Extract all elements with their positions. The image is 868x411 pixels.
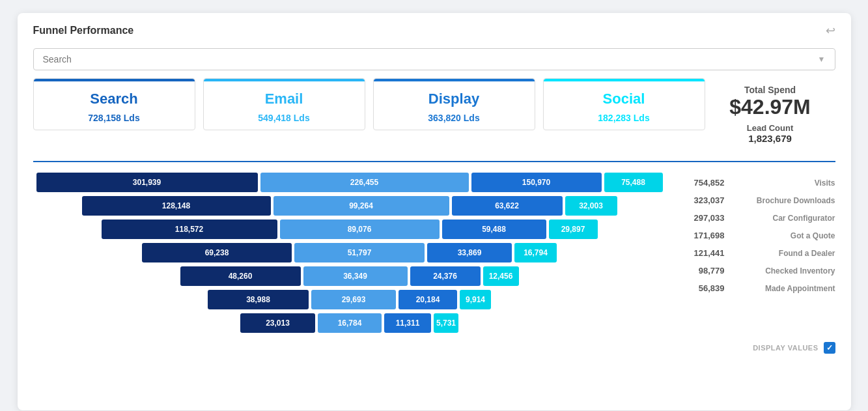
legend-value: 98,779 (679, 266, 725, 276)
funnel-legend: 754,852Visits323,037Brochure Downloads29… (679, 173, 835, 333)
total-spend-value: $42.97M (718, 95, 822, 119)
search-bar-section: ▼ (18, 43, 851, 78)
legend-value: 754,852 (679, 178, 725, 188)
funnel-bar: 118,572 (102, 220, 277, 239)
funnel-bar: 150,970 (471, 173, 602, 192)
funnel-bar: 11,311 (384, 313, 431, 333)
back-icon[interactable]: ↩ (826, 23, 835, 38)
legend-label: Brochure Downloads (757, 196, 835, 205)
funnel-bar: 36,349 (303, 266, 408, 286)
funnel-row: 23,01316,78411,3115,731 (240, 313, 458, 333)
tab-search-leads: 728,158 Lds (34, 113, 195, 123)
funnel-bar: 33,869 (427, 243, 512, 262)
funnel-row: 48,26036,34924,37612,456 (180, 266, 519, 286)
funnel-section: 301,939226,455150,97075,488128,14899,264… (18, 162, 851, 339)
funnel-bar: 24,376 (410, 266, 481, 286)
tab-display-name: Display (374, 91, 535, 107)
tab-email-leads: 549,418 Lds (204, 113, 365, 123)
legend-label: Got a Quote (791, 231, 835, 240)
funnel-bar: 12,456 (483, 266, 519, 286)
funnel-bar: 5,731 (434, 313, 458, 333)
funnel-bar: 29,897 (549, 220, 598, 239)
tab-email[interactable]: Email 549,418 Lds (203, 78, 365, 130)
funnel-bar: 32,003 (565, 196, 617, 216)
funnel-bar: 48,260 (180, 266, 301, 286)
legend-row: 323,037Brochure Downloads (679, 193, 835, 208)
legend-value: 323,037 (679, 195, 725, 205)
funnel-bar: 9,914 (460, 290, 491, 309)
tab-social-indicator (544, 79, 705, 81)
funnel-bar: 38,988 (208, 290, 309, 309)
channels-row: Search 728,158 Lds Email 549,418 Lds Dis… (18, 78, 851, 150)
tab-search[interactable]: Search 728,158 Lds (33, 78, 195, 130)
funnel-bar: 20,184 (399, 290, 457, 309)
legend-label: Found a Dealer (779, 249, 835, 258)
funnel-performance-card: Funnel Performance ↩ ▼ Search 728,158 Ld… (18, 13, 851, 410)
funnel-bar: 99,264 (273, 196, 449, 216)
funnel-bar: 75,488 (604, 173, 663, 192)
tab-search-indicator (34, 79, 195, 81)
display-values-checkbox[interactable] (824, 342, 835, 354)
legend-row: 98,779Checked Inventory (679, 263, 835, 278)
legend-label: Car Configurator (773, 214, 835, 223)
funnel-bar: 63,622 (452, 196, 563, 216)
funnel-row: 128,14899,26463,62232,003 (82, 196, 617, 216)
card-header: Funnel Performance ↩ (18, 13, 851, 43)
funnel-bar: 69,238 (142, 243, 292, 262)
lead-count-value: 1,823,679 (718, 133, 822, 144)
funnel-bar: 29,693 (311, 290, 396, 309)
legend-row: 121,441Found a Dealer (679, 246, 835, 261)
display-values-label: DISPLAY VALUES (753, 344, 818, 352)
tab-display-indicator (374, 79, 535, 81)
funnel-row: 118,57289,07659,48829,897 (102, 220, 598, 239)
legend-label: Made Appointment (765, 284, 835, 293)
tab-email-indicator (204, 79, 365, 81)
legend-value: 121,441 (679, 248, 725, 258)
tab-display[interactable]: Display 363,820 Lds (373, 78, 535, 130)
legend-row: 754,852Visits (679, 175, 835, 190)
funnel-bar: 16,784 (318, 313, 382, 333)
funnel-bars: 301,939226,455150,97075,488128,14899,264… (33, 173, 666, 333)
legend-value: 56,839 (679, 283, 725, 293)
funnel-bar: 89,076 (280, 220, 440, 239)
legend-label: Checked Inventory (765, 266, 835, 276)
funnel-bar: 51,797 (294, 243, 425, 262)
legend-row: 56,839Made Appointment (679, 281, 835, 296)
tab-display-leads: 363,820 Lds (374, 113, 535, 123)
total-spend-section: Total Spend $42.97M Lead Count 1,823,679 (705, 78, 835, 150)
funnel-bar: 226,455 (260, 173, 469, 192)
tab-email-name: Email (204, 91, 365, 107)
legend-label: Visits (815, 178, 835, 188)
funnel-row: 69,23851,79733,86916,794 (142, 243, 557, 262)
legend-row: 171,698Got a Quote (679, 228, 835, 243)
lead-count-label: Lead Count (718, 123, 822, 133)
funnel-row: 38,98829,69320,1849,914 (208, 290, 491, 309)
funnel-bar: 23,013 (240, 313, 315, 333)
funnel-bar: 16,794 (514, 243, 557, 262)
legend-row: 297,033Car Configurator (679, 210, 835, 225)
funnel-bar: 301,939 (36, 173, 258, 192)
tab-social-leads: 182,283 Lds (544, 113, 705, 123)
total-spend-label: Total Spend (718, 85, 822, 95)
tab-social[interactable]: Social 182,283 Lds (543, 78, 705, 130)
tab-social-name: Social (544, 91, 705, 107)
channel-tabs: Search 728,158 Lds Email 549,418 Lds Dis… (33, 78, 705, 130)
funnel-row: 301,939226,455150,97075,488 (36, 173, 663, 192)
search-dropdown[interactable]: ▼ (33, 48, 835, 70)
tab-search-name: Search (34, 91, 195, 107)
funnel-bar: 59,488 (442, 220, 546, 239)
funnel-bar: 128,148 (82, 196, 271, 216)
legend-value: 297,033 (679, 213, 725, 223)
page-title: Funnel Performance (33, 25, 134, 36)
display-values-row: DISPLAY VALUES (18, 339, 851, 361)
caret-icon: ▼ (818, 55, 826, 64)
search-input[interactable] (43, 54, 818, 64)
legend-value: 171,698 (679, 231, 725, 240)
